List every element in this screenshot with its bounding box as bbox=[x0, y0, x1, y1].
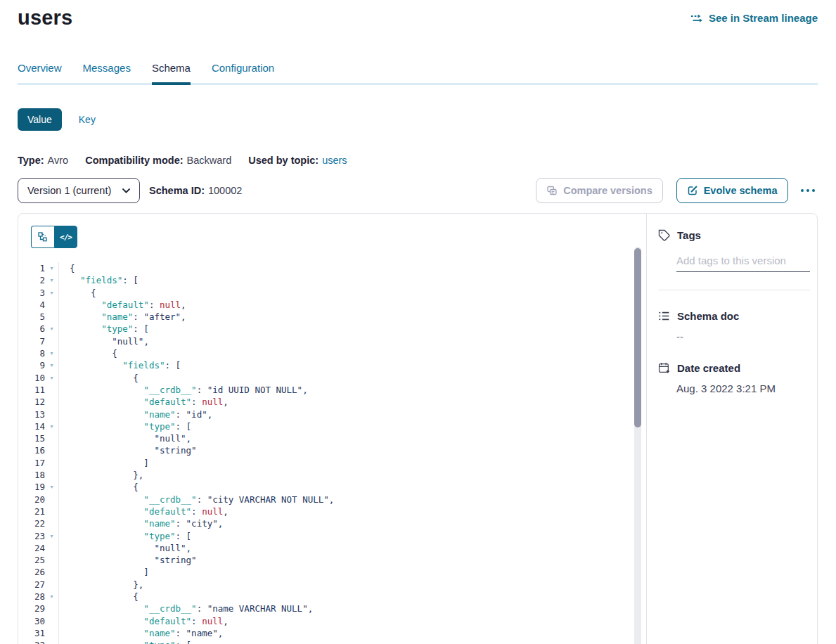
fold-gutter bbox=[45, 494, 59, 505]
fold-toggle-icon[interactable]: ▾ bbox=[45, 262, 59, 274]
code-line-text: "__crdb__": "name VARCHAR NULL", bbox=[59, 603, 313, 614]
tags-header: Tags bbox=[658, 229, 810, 241]
fold-toggle-icon[interactable]: ▾ bbox=[45, 420, 59, 432]
fold-gutter bbox=[45, 579, 59, 591]
code-line-text: "__crdb__": "city VARCHAR NOT NULL", bbox=[59, 494, 334, 505]
tab-configuration[interactable]: Configuration bbox=[212, 62, 274, 83]
code-line-text: "type": [ bbox=[59, 639, 191, 644]
code-line: 14▾ "type": [ bbox=[18, 420, 629, 432]
line-number: 32 bbox=[18, 639, 45, 644]
used-by-topic-meta: Used by topic: users bbox=[248, 155, 347, 166]
line-number: 13 bbox=[18, 408, 45, 420]
line-number: 16 bbox=[18, 444, 45, 456]
fold-gutter bbox=[45, 469, 59, 481]
code-line-text: { bbox=[59, 262, 75, 274]
code-line-text: }, bbox=[59, 579, 143, 591]
tags-section: Tags bbox=[658, 229, 810, 290]
date-created-header: Date created bbox=[658, 362, 810, 374]
code-line-text: "fields": [ bbox=[59, 274, 139, 286]
code-line-text: "__crdb__": "id UUID NOT NULL", bbox=[59, 384, 308, 396]
line-number: 2 bbox=[18, 274, 45, 286]
fold-toggle-icon[interactable]: ▾ bbox=[45, 591, 59, 603]
line-number: 8 bbox=[18, 347, 45, 359]
code-line: 29 "__crdb__": "name VARCHAR NULL", bbox=[18, 603, 629, 614]
code-line-text: "string" bbox=[59, 554, 197, 566]
chevron-down-icon bbox=[122, 188, 130, 193]
code-view-button[interactable]: </> bbox=[54, 226, 77, 248]
fold-toggle-icon[interactable]: ▾ bbox=[45, 359, 59, 371]
fold-toggle-icon[interactable]: ▾ bbox=[45, 639, 59, 644]
evolve-schema-button[interactable]: Evolve schema bbox=[676, 178, 788, 203]
fold-toggle-icon[interactable]: ▾ bbox=[45, 323, 59, 335]
fold-toggle-icon[interactable]: ▾ bbox=[45, 347, 59, 359]
key-tab-button[interactable]: Key bbox=[79, 114, 96, 125]
code-line: 25 "string" bbox=[18, 554, 629, 566]
version-select[interactable]: Version 1 (current) bbox=[18, 178, 140, 203]
scrollbar-thumb[interactable] bbox=[634, 248, 641, 427]
code-line: 4 "default": null, bbox=[18, 299, 629, 311]
fold-toggle-icon[interactable]: ▾ bbox=[45, 530, 59, 542]
schema-editor: </> 1▾{2▾ "fields": [3▾ {4 "default": nu… bbox=[18, 214, 646, 644]
code-line: 13 "name": "id", bbox=[18, 408, 629, 420]
editor-view-toggle: </> bbox=[31, 226, 77, 248]
tag-icon bbox=[658, 229, 670, 241]
see-in-stream-lineage-link[interactable]: See in Stream lineage bbox=[690, 12, 818, 24]
used-by-topic-label: Used by topic: bbox=[248, 155, 319, 166]
type-meta: Type: Avro bbox=[18, 155, 68, 166]
code-line-text: "default": null, bbox=[59, 505, 229, 517]
tab-bar: Overview Messages Schema Configuration bbox=[18, 62, 818, 85]
sidebar-divider bbox=[658, 290, 810, 290]
value-tab-button[interactable]: Value bbox=[18, 108, 62, 131]
code-line-text: "fields": [ bbox=[59, 359, 181, 371]
fold-gutter bbox=[45, 615, 59, 627]
tab-schema[interactable]: Schema bbox=[152, 62, 191, 83]
line-number: 26 bbox=[18, 566, 45, 578]
compare-versions-label: Compare versions bbox=[563, 185, 652, 196]
fold-gutter bbox=[45, 627, 59, 639]
line-number: 3 bbox=[18, 287, 45, 299]
calendar-plus-icon bbox=[658, 362, 670, 374]
line-number: 14 bbox=[18, 420, 45, 432]
fold-toggle-icon[interactable]: ▾ bbox=[45, 287, 59, 299]
line-number: 22 bbox=[18, 517, 45, 529]
compare-versions-button[interactable]: Compare versions bbox=[536, 178, 663, 203]
line-number: 29 bbox=[18, 603, 45, 614]
code-line: 11 "__crdb__": "id UUID NOT NULL", bbox=[18, 384, 629, 396]
fold-gutter bbox=[45, 384, 59, 396]
editor-scrollbar[interactable] bbox=[634, 247, 641, 644]
more-options-button[interactable] bbox=[798, 183, 818, 198]
compatibility-value: Backward bbox=[187, 155, 232, 166]
line-number: 7 bbox=[18, 335, 45, 347]
fold-toggle-icon[interactable]: ▾ bbox=[45, 481, 59, 493]
schema-panel: </> 1▾{2▾ "fields": [3▾ {4 "default": nu… bbox=[18, 213, 818, 644]
tab-overview[interactable]: Overview bbox=[18, 62, 62, 83]
code-line-text: { bbox=[59, 481, 139, 493]
code-line: 16 "string" bbox=[18, 444, 629, 456]
fold-gutter bbox=[45, 603, 59, 614]
list-icon bbox=[658, 310, 670, 322]
fold-gutter bbox=[45, 396, 59, 408]
tree-view-icon bbox=[37, 231, 49, 243]
code-line: 31 "name": "name", bbox=[18, 627, 629, 639]
fold-toggle-icon[interactable]: ▾ bbox=[45, 372, 59, 384]
fold-gutter bbox=[45, 299, 59, 311]
code-line: 32▾ "type": [ bbox=[18, 639, 629, 644]
fold-gutter bbox=[45, 408, 59, 420]
version-select-value: Version 1 (current) bbox=[27, 185, 111, 196]
code-line: 3▾ { bbox=[18, 287, 629, 299]
line-number: 23 bbox=[18, 530, 45, 542]
fold-gutter bbox=[45, 566, 59, 578]
code-line: 5 "name": "after", bbox=[18, 311, 629, 323]
topbar: users See in Stream lineage bbox=[18, 0, 818, 30]
fold-toggle-icon[interactable]: ▾ bbox=[45, 274, 59, 286]
code-line-text: "default": null, bbox=[59, 299, 186, 311]
date-created-value: Aug. 3 2022 3:21 PM bbox=[676, 382, 810, 394]
tab-messages[interactable]: Messages bbox=[83, 62, 131, 83]
date-created-section: Date created Aug. 3 2022 3:21 PM bbox=[658, 362, 810, 394]
line-number: 30 bbox=[18, 615, 45, 627]
topic-link[interactable]: users bbox=[322, 155, 347, 166]
add-tags-input[interactable] bbox=[676, 255, 810, 272]
ellipsis-dot bbox=[812, 189, 816, 193]
tree-view-button[interactable] bbox=[31, 226, 54, 248]
schema-id: Schema ID: 100002 bbox=[149, 185, 242, 196]
